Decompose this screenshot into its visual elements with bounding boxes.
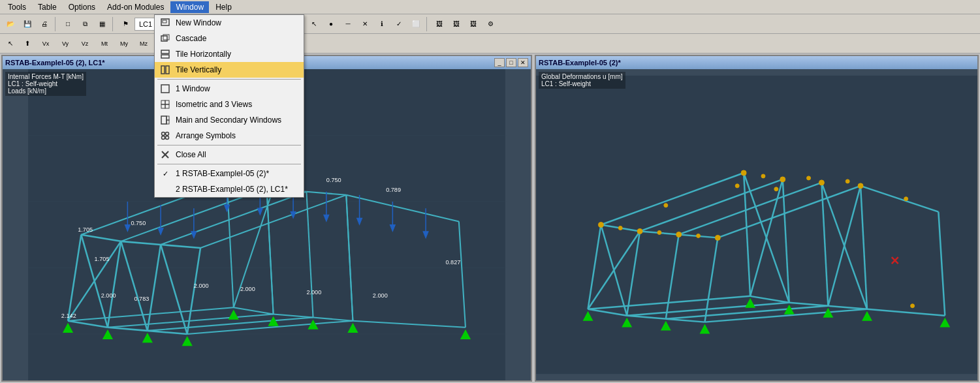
menu-table[interactable]: Table — [33, 1, 62, 13]
my-icon: My — [120, 40, 128, 47]
svg-point-129 — [664, 204, 668, 207]
left-window-content: Internal Forces M-T [kNm] LC1 : Self-wei… — [3, 69, 531, 380]
icon-6: ▦ — [99, 20, 105, 27]
select-icon: ↖ — [311, 20, 317, 27]
left-structure-svg: 1.705 0.750 0.750 0.750 0.789 0.827 1.70… — [3, 69, 531, 380]
menu-window[interactable]: Window — [170, 1, 209, 13]
toolbar2-btn-2[interactable]: ⬆ — [20, 37, 35, 51]
svg-point-123 — [676, 232, 682, 237]
toolbar2-btn-my[interactable]: My — [115, 37, 133, 51]
svg-text:1.705: 1.705 — [95, 256, 110, 262]
sep1 — [55, 17, 57, 31]
svg-text:2.142: 2.142 — [61, 313, 76, 319]
toolbar-btn-6[interactable]: ▦ — [94, 17, 110, 31]
vx-icon: Vx — [42, 40, 50, 47]
toolbar2-btn-minus[interactable]: − — [217, 37, 232, 51]
sep2 — [112, 17, 115, 31]
toolbar2-btn-pz[interactable]: Pz — [174, 37, 192, 51]
toolbar-btn-select[interactable]: ↖ — [306, 17, 322, 31]
svg-text:1.705: 1.705 — [78, 226, 93, 233]
menu-options[interactable]: Options — [63, 1, 101, 13]
svg-point-127 — [819, 180, 824, 185]
x-icon: ✕ — [362, 20, 368, 27]
left-restore-btn[interactable]: □ — [506, 58, 516, 67]
t2-minus-icon: − — [223, 40, 227, 47]
toolbar2-btn-vx[interactable]: Vx — [37, 37, 55, 51]
svg-point-136 — [657, 230, 661, 234]
toolbar-btn-grid[interactable]: ⊞ — [215, 17, 230, 31]
toolbar-btn-render[interactable]: ⬜ — [408, 17, 424, 31]
toolbar-btn-check[interactable]: ✓ — [391, 17, 407, 31]
svg-point-139 — [911, 304, 915, 308]
svg-point-128 — [858, 183, 863, 189]
t2-icon-1: ↖ — [8, 40, 13, 47]
toolbar-btn-4[interactable]: □ — [60, 17, 76, 31]
left-window-controls: _ □ ✕ — [494, 58, 528, 67]
toolbar2: ↖ ⬆ Vx Vy Vz Mt My Mz Py Pz → − ▦ — [0, 34, 980, 54]
toolbar2-btn-mz[interactable]: Mz — [134, 37, 153, 51]
t2-arrow-icon: → — [204, 40, 211, 47]
left-close-btn[interactable]: ✕ — [518, 58, 528, 67]
svg-point-121 — [598, 222, 603, 228]
svg-point-134 — [774, 187, 778, 191]
view1-icon: 🖼 — [436, 20, 443, 27]
vz-icon: Vz — [82, 40, 89, 47]
t2-icon-2: ⬆ — [25, 40, 30, 47]
toolbar-btn-view3[interactable]: 🖼 — [466, 17, 481, 31]
toolbar-btn-member[interactable]: ─ — [340, 17, 356, 31]
toolbar-btn-3[interactable]: 🖨 — [37, 17, 52, 31]
svg-point-131 — [807, 176, 811, 180]
mz-icon: Mz — [140, 40, 148, 47]
sep5 — [426, 17, 429, 31]
svg-text:2.000: 2.000 — [373, 292, 388, 299]
left-title-bar: RSTAB-ExampleI-05 (2), LC1* _ □ ✕ — [3, 56, 531, 69]
toolbar-btn-2[interactable]: 💾 — [20, 17, 35, 31]
right-structure-svg — [536, 69, 977, 380]
icon-3: 🖨 — [41, 20, 48, 27]
snap-icon: ⊹ — [237, 20, 242, 27]
toolbar-btn-view1[interactable]: 🖼 — [432, 17, 447, 31]
svg-point-138 — [904, 197, 908, 201]
node-icon: ● — [329, 20, 333, 27]
toolbar-btn-view4[interactable]: ⚙ — [482, 17, 498, 31]
window-right: RSTAB-ExampleI-05 (2)* Global Deformatio… — [535, 55, 979, 382]
menubar: Tools Table Options Add-on Modules Windo… — [0, 0, 980, 14]
toolbar-btn-info[interactable]: ℹ — [374, 17, 390, 31]
toolbar2-btn-py[interactable]: Py — [154, 37, 172, 51]
toolbar-btn-view2[interactable]: 🖼 — [449, 17, 464, 31]
svg-text:0.750: 0.750 — [326, 177, 341, 183]
svg-text:0.783: 0.783 — [134, 296, 150, 302]
toolbar2-btn-1[interactable]: ↖ — [3, 37, 18, 51]
view4-icon: ⚙ — [488, 20, 494, 27]
svg-point-124 — [715, 235, 720, 240]
icon-1: 📂 — [7, 20, 14, 27]
toolbar-btn-zoom[interactable]: 🔍 — [249, 17, 264, 31]
toolbar-btn-x[interactable]: ✕ — [357, 17, 373, 31]
toolbar2-btn-vz[interactable]: Vz — [76, 37, 94, 51]
toolbar-btn-node[interactable]: ● — [323, 17, 339, 31]
content-area: RSTAB-ExampleI-05 (2), LC1* _ □ ✕ Intern… — [0, 54, 980, 383]
vy-icon: Vy — [62, 40, 69, 47]
toolbar-btn-1[interactable]: 📂 — [3, 17, 18, 31]
toolbar-btn-rotate[interactable]: ↺ — [283, 17, 298, 31]
svg-point-132 — [846, 179, 849, 183]
left-info-label: Internal Forces M-T [kNm] LC1 : Self-wei… — [5, 72, 86, 96]
menu-help[interactable]: Help — [210, 1, 237, 13]
toolbar2-btn-vy[interactable]: Vy — [56, 37, 74, 51]
toolbar2-btn-table[interactable]: ▦ — [234, 37, 249, 51]
toolbar-btn-snap[interactable]: ⊹ — [232, 17, 247, 31]
icon-lc: ⚑ — [123, 20, 129, 27]
menu-tools[interactable]: Tools — [3, 1, 31, 13]
toolbar1: 📂 💾 🖨 □ ⧉ ▦ ⚑ LC1 - Self-weight ⊞ ⊹ 🔍 ✥ … — [0, 14, 980, 34]
grid-icon: ⊞ — [220, 20, 225, 27]
toolbar2-btn-arrow[interactable]: → — [200, 37, 215, 51]
toolbar-btn-lc[interactable]: ⚑ — [118, 17, 133, 31]
left-minimize-btn[interactable]: _ — [494, 58, 505, 67]
menu-addon[interactable]: Add-on Modules — [102, 1, 169, 13]
rotate-icon: ↺ — [288, 20, 293, 27]
load-case-combo[interactable]: LC1 - Self-weight — [134, 18, 207, 31]
toolbar2-btn-mt[interactable]: Mt — [95, 37, 114, 51]
toolbar-btn-5[interactable]: ⧉ — [77, 17, 93, 31]
sep4 — [301, 17, 304, 31]
toolbar-btn-pan[interactable]: ✥ — [266, 17, 281, 31]
